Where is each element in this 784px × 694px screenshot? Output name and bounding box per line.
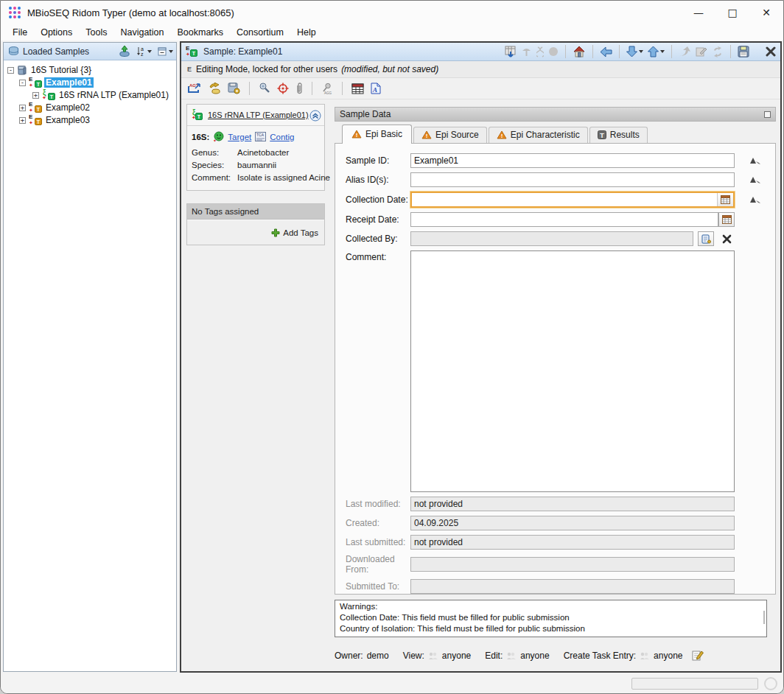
receipt-date-input[interactable] bbox=[410, 212, 718, 227]
maximize-panel-icon[interactable] bbox=[764, 111, 771, 118]
tree-item-example01[interactable]: - E✦T Example01 bbox=[4, 77, 176, 88]
tab-label: Epi Source bbox=[435, 130, 479, 140]
tree-item-example02[interactable]: + E✦T Example02 bbox=[4, 102, 176, 113]
comment-textarea[interactable] bbox=[410, 250, 735, 492]
tree-label: Example02 bbox=[44, 102, 91, 113]
save-settings-button[interactable] bbox=[228, 83, 240, 94]
tab-epi-source[interactable]: ! Epi Source bbox=[413, 127, 487, 143]
report-button[interactable]: A bbox=[371, 83, 381, 94]
quality-smiley-icon: ✦ bbox=[213, 131, 224, 142]
submit-icon-disabled[interactable] bbox=[679, 46, 691, 57]
tree-label: 16S rRNA LTP (Example01) bbox=[57, 90, 170, 100]
go-down-button[interactable] bbox=[626, 46, 643, 57]
sort-button[interactable]: a z bbox=[136, 46, 152, 57]
expander-icon[interactable]: + bbox=[19, 105, 26, 111]
tab-results[interactable]: T Results bbox=[589, 127, 648, 143]
collection-date-input[interactable] bbox=[412, 193, 717, 206]
editing-mode-bar: E Editing Mode, locked for other users (… bbox=[181, 61, 780, 78]
expander-icon[interactable]: - bbox=[19, 80, 26, 86]
typing-info-panel: ξ✦T 16S rRNA LTP (Example01) 16S: bbox=[186, 104, 325, 191]
expander-icon[interactable]: - bbox=[7, 67, 14, 74]
go-up-button[interactable] bbox=[648, 46, 665, 57]
comment-label: Comment: bbox=[192, 173, 237, 182]
sequence-export-button[interactable]: AGT bbox=[188, 83, 201, 94]
table-view-button[interactable] bbox=[351, 83, 364, 94]
tree-item-tutorial[interactable]: - 16S Tutorial {3} bbox=[4, 64, 176, 76]
menu-tools[interactable]: Tools bbox=[79, 25, 113, 40]
edit-label: Edit: bbox=[485, 651, 503, 661]
rename-icon[interactable] bbox=[749, 157, 761, 165]
group-icon bbox=[506, 651, 517, 660]
progress-bar bbox=[631, 678, 758, 690]
svg-text:!: ! bbox=[356, 132, 358, 139]
close-button[interactable]: ✕ bbox=[749, 1, 783, 24]
sample-toolbar: AGT bbox=[181, 78, 780, 99]
tab-label: Epi Basic bbox=[365, 129, 402, 139]
genus-value: Acinetobacter bbox=[237, 148, 289, 157]
maximize-button[interactable]: □ bbox=[715, 1, 749, 24]
save-button[interactable] bbox=[738, 46, 749, 57]
sort-az-icon: a z bbox=[136, 46, 146, 57]
expander-icon[interactable]: + bbox=[32, 92, 39, 99]
load-samples-icon[interactable] bbox=[119, 46, 130, 57]
back-button[interactable] bbox=[600, 46, 612, 57]
refresh-icon-disabled[interactable] bbox=[712, 46, 724, 57]
assay-icon: ξ✦T bbox=[192, 110, 203, 120]
alias-ids-input[interactable] bbox=[410, 172, 735, 187]
collapse-all-button[interactable] bbox=[158, 47, 173, 56]
marker-label: 16S: bbox=[192, 133, 209, 141]
minimize-button[interactable]: — bbox=[682, 1, 715, 24]
rename-icon[interactable] bbox=[749, 196, 761, 204]
tab-epi-basic[interactable]: ! Epi Basic bbox=[342, 125, 412, 144]
sample-icon: E✦T bbox=[29, 115, 42, 125]
table-export-icon[interactable] bbox=[505, 46, 517, 57]
receipt-date-calendar-button[interactable] bbox=[718, 212, 735, 227]
rename-icon[interactable] bbox=[749, 176, 761, 184]
close-panel-button[interactable] bbox=[766, 46, 776, 57]
edit-entry-icon-disabled[interactable] bbox=[696, 46, 707, 57]
tree-item-16s-rrna[interactable]: + ξ✦T 16S rRNA LTP (Example01) bbox=[4, 89, 176, 101]
contig-link[interactable]: Contig bbox=[270, 133, 294, 141]
loaded-samples-title: Loaded Samples bbox=[23, 46, 89, 57]
loaded-samples-panel: Loaded Samples a z bbox=[3, 42, 177, 672]
status-face-icon-disabled[interactable] bbox=[548, 46, 559, 57]
menu-bookmarks[interactable]: Bookmarks bbox=[171, 25, 231, 40]
database-icon bbox=[8, 46, 19, 56]
warnings-scrollbar[interactable] bbox=[763, 611, 765, 624]
menu-options[interactable]: Options bbox=[34, 25, 79, 40]
downloaded-from-label: Downloaded From: bbox=[346, 554, 410, 575]
collected-by-input bbox=[410, 231, 693, 246]
tab-epi-characteristic[interactable]: ! Epi Characteristic bbox=[489, 127, 588, 143]
menu-navigation[interactable]: Navigation bbox=[113, 25, 170, 40]
menu-consortium[interactable]: Consortium bbox=[230, 25, 290, 40]
downloaded-from-value bbox=[410, 557, 735, 572]
edit-value: anyone bbox=[520, 651, 549, 661]
tree-view-icon-disabled[interactable] bbox=[521, 46, 532, 57]
microscope-button[interactable] bbox=[259, 83, 270, 94]
tree-item-example03[interactable]: + E✦T Example03 bbox=[4, 114, 176, 126]
warning-line: Country of Isolation: This field must be… bbox=[340, 623, 762, 634]
sync-data-button[interactable] bbox=[208, 83, 221, 94]
sample-id-input[interactable] bbox=[410, 153, 735, 168]
assay-link[interactable]: 16S rRNA LTP (Example01) bbox=[208, 111, 309, 119]
add-tags-button[interactable]: Add Tags bbox=[271, 228, 318, 237]
tags-header: No Tags assigned bbox=[187, 204, 324, 220]
collection-date-calendar-button[interactable] bbox=[717, 193, 733, 206]
target-button[interactable] bbox=[277, 83, 289, 94]
receipt-date-label: Receipt Date: bbox=[346, 214, 410, 225]
menu-file[interactable]: File bbox=[6, 25, 34, 40]
collected-by-clear-button[interactable] bbox=[718, 231, 735, 246]
edit-permissions-button[interactable] bbox=[692, 650, 704, 661]
collapse-info-button[interactable] bbox=[309, 108, 321, 122]
home-button[interactable] bbox=[573, 46, 586, 57]
dna-icon-disabled[interactable] bbox=[536, 46, 544, 57]
clear-x-icon bbox=[722, 234, 732, 244]
tags-panel: No Tags assigned Add Tags bbox=[186, 203, 325, 245]
menu-help[interactable]: Help bbox=[290, 25, 323, 40]
pin-sequence-button[interactable]: AGG bbox=[321, 83, 333, 95]
chevron-double-up-icon bbox=[309, 110, 321, 122]
expander-icon[interactable]: + bbox=[19, 117, 26, 124]
collected-by-lookup-button[interactable] bbox=[698, 231, 714, 246]
target-link[interactable]: Target bbox=[228, 133, 251, 141]
attachment-icon[interactable] bbox=[295, 83, 303, 95]
